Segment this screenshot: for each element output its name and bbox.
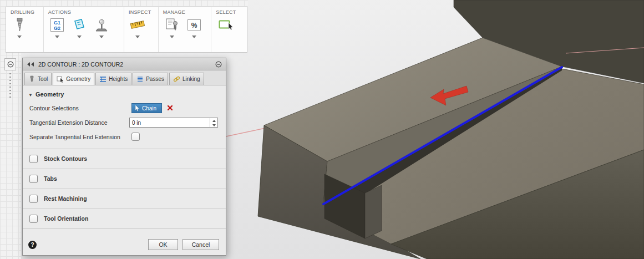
tangential-extension-field xyxy=(129,118,218,128)
tab-label: Heights xyxy=(109,76,128,82)
setup-sheet-button[interactable] xyxy=(163,17,181,40)
machining-time-button[interactable]: % xyxy=(185,17,203,40)
chevron-down-icon: ▼ xyxy=(28,93,33,98)
minimize-icon[interactable] xyxy=(215,61,222,68)
window-select-icon xyxy=(216,17,235,33)
dropdown-caret[interactable] xyxy=(77,35,82,40)
tab-passes[interactable]: Passes xyxy=(133,73,168,85)
dialog-title-bar: 2D CONTOUR : 2D CONTOUR2 xyxy=(23,58,226,70)
tool-orientation-label: Tool Orientation xyxy=(44,215,88,222)
dropdown-caret[interactable] xyxy=(135,35,140,40)
collapse-left-icon[interactable] xyxy=(27,62,34,67)
svg-text:%: % xyxy=(191,22,197,29)
tab-tool[interactable]: Tool xyxy=(24,73,52,85)
tabs-label: Tabs xyxy=(44,175,57,182)
separate-tangential-row: Separate Tangential End Extension xyxy=(23,130,226,145)
section-label-select: SELECT xyxy=(211,7,247,16)
tab-linking[interactable]: Linking xyxy=(169,73,204,85)
dropdown-caret[interactable] xyxy=(99,35,104,40)
ok-button[interactable]: OK xyxy=(148,239,178,250)
collapse-panel-button[interactable] xyxy=(4,58,16,70)
section-label-manage: MANAGE xyxy=(159,7,211,16)
stock-contours-checkbox[interactable] xyxy=(29,155,38,163)
dialog-title: 2D CONTOUR : 2D CONTOUR2 xyxy=(38,61,211,68)
group-tabs[interactable]: Tabs xyxy=(23,169,226,189)
panel-splitter-grip[interactable] xyxy=(9,73,11,99)
heights-icon xyxy=(99,75,107,83)
dropdown-caret[interactable] xyxy=(170,35,174,40)
toolbar-section-inspect: INSPECT xyxy=(124,7,159,52)
tool-icon xyxy=(28,75,36,83)
stock-contours-label: Stock Contours xyxy=(44,155,87,162)
simulate-button[interactable] xyxy=(93,17,110,40)
post-process-button[interactable] xyxy=(70,17,88,40)
value-spinner xyxy=(210,118,217,127)
tab-label: Passes xyxy=(146,76,164,82)
window-select-button[interactable] xyxy=(216,17,236,33)
tab-heights[interactable]: Heights xyxy=(95,73,131,85)
svg-text:G1: G1 xyxy=(54,20,60,26)
dropdown-caret[interactable] xyxy=(17,35,22,40)
option-groups: Stock Contours Tabs Rest Machining Tool … xyxy=(23,149,226,229)
passes-icon xyxy=(136,75,144,83)
dropdown-caret[interactable] xyxy=(55,35,59,40)
circle-minus-icon xyxy=(7,61,14,68)
chain-button-label: Chain xyxy=(142,105,156,111)
separate-tangential-label: Separate Tangential End Extension xyxy=(29,134,120,140)
dialog-footer: ? OK Cancel xyxy=(23,230,226,255)
dialog-tab-bar: Tool Geometry Heights Passes xyxy=(23,70,226,85)
cam-toolbar: DRILLING ACTIONS G1 G2 xyxy=(6,7,247,53)
toolbar-section-select: SELECT xyxy=(211,7,247,52)
generate-toolpath-button[interactable]: G1 G2 xyxy=(48,17,66,40)
model-face-pocket-wall[interactable] xyxy=(365,185,382,238)
section-label-drilling: DRILLING xyxy=(6,7,43,16)
tangential-extension-input[interactable] xyxy=(130,118,210,127)
group-tool-orientation[interactable]: Tool Orientation xyxy=(23,209,226,229)
dropdown-caret[interactable] xyxy=(192,35,196,40)
tool-orientation-checkbox[interactable] xyxy=(29,215,38,223)
group-rest-machining[interactable]: Rest Machining xyxy=(23,189,226,209)
rest-machining-label: Rest Machining xyxy=(44,195,87,202)
contour-selections-row: Contour Selections Chain xyxy=(23,101,226,116)
tab-label: Linking xyxy=(182,76,200,82)
toolbar-section-drilling: DRILLING xyxy=(6,7,44,52)
section-label-inspect: INSPECT xyxy=(124,7,158,16)
g1g2-icon: G1 G2 xyxy=(49,17,65,33)
toolbar-section-manage: MANAGE % xyxy=(159,7,212,52)
post-process-icon xyxy=(71,17,88,33)
linking-icon xyxy=(173,75,180,83)
rest-machining-checkbox[interactable] xyxy=(29,195,38,203)
2d-contour-dialog: 2D CONTOUR : 2D CONTOUR2 Tool Geometry xyxy=(22,58,226,256)
group-stock-contours[interactable]: Stock Contours xyxy=(23,149,226,169)
simulate-joystick-icon xyxy=(93,17,110,33)
cursor-icon xyxy=(135,105,140,111)
chain-selection-button[interactable]: Chain xyxy=(131,103,162,113)
drilling-button[interactable] xyxy=(11,17,28,40)
tangential-extension-row: Tangential Extension Distance xyxy=(23,116,226,130)
remove-selection-icon[interactable] xyxy=(167,105,173,111)
contour-selections-label: Contour Selections xyxy=(29,105,79,111)
spinner-up-button[interactable] xyxy=(210,118,217,123)
tab-label: Geometry xyxy=(66,76,90,82)
measure-ruler-icon xyxy=(129,17,146,33)
section-label-actions: ACTIONS xyxy=(44,7,124,16)
document-screw-icon xyxy=(164,17,180,33)
tabs-checkbox[interactable] xyxy=(29,175,38,183)
geometry-section-title: Geometry xyxy=(36,91,64,98)
drill-icon xyxy=(11,17,28,33)
tangential-extension-label: Tangential Extension Distance xyxy=(29,119,108,126)
tab-geometry[interactable]: Geometry xyxy=(53,73,94,85)
svg-text:G2: G2 xyxy=(54,26,60,31)
geometry-icon xyxy=(57,75,64,83)
toolbar-section-actions: ACTIONS G1 G2 xyxy=(44,7,124,52)
measure-button[interactable] xyxy=(129,17,146,40)
separate-tangential-checkbox[interactable] xyxy=(131,133,140,141)
tab-label: Tool xyxy=(38,76,48,82)
help-button[interactable]: ? xyxy=(28,241,37,249)
percent-icon: % xyxy=(186,17,202,33)
spinner-down-button[interactable] xyxy=(210,123,217,128)
cancel-button[interactable]: Cancel xyxy=(182,239,219,250)
geometry-section-header[interactable]: ▼Geometry xyxy=(23,85,226,101)
